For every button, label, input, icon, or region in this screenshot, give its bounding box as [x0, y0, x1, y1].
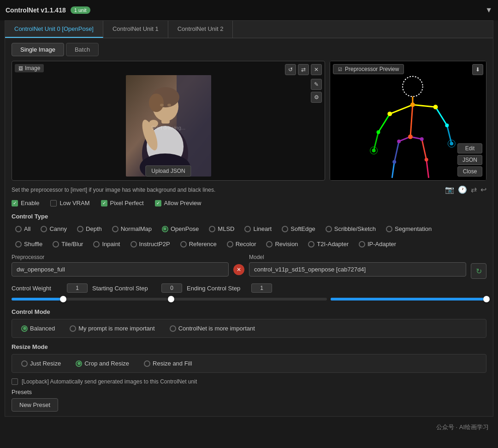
radio-mlsd[interactable]: MLSD	[205, 224, 238, 234]
swap-icon[interactable]: ⇄	[471, 185, 477, 194]
svg-point-37	[408, 135, 413, 139]
radio-depth[interactable]: Depth	[73, 224, 106, 234]
control-mode-balanced[interactable]: Balanced	[18, 323, 59, 334]
preprocessor-select[interactable]: dw_openpose_full	[12, 262, 229, 277]
radio-softedge[interactable]: SoftEdge	[278, 224, 319, 234]
enable-checkbox[interactable]: Enable	[12, 200, 39, 206]
radio-ip-adapter[interactable]: IP-Adapter	[355, 239, 400, 249]
radio-normalmap-circle	[112, 226, 119, 232]
control-weight-thumb[interactable]	[60, 296, 66, 302]
ending-step-thumb[interactable]	[483, 296, 490, 302]
radio-reference[interactable]: Reference	[177, 239, 220, 249]
flip-btn[interactable]: ⇄	[298, 64, 309, 75]
control-mode-label: Control Mode	[12, 308, 486, 315]
radio-depth-circle	[77, 226, 83, 232]
control-mode-prompt[interactable]: My prompt is more important	[66, 323, 158, 334]
draw-btn[interactable]: ✎	[311, 79, 322, 90]
radio-normalmap[interactable]: NormalMap	[108, 224, 155, 234]
starting-step-thumb[interactable]	[168, 296, 174, 302]
history-icon[interactable]: 🕐	[458, 185, 467, 194]
rotate-btn[interactable]: ↺	[285, 64, 296, 75]
resize-just[interactable]: Just Resize	[18, 358, 65, 369]
image-section: 🖼 Image ↺ ⇄ ✕ ✎ ⚙	[12, 61, 486, 181]
new-preset-btn[interactable]: New Preset	[12, 398, 58, 412]
content-area: Single Image Batch 🖼 Image ↺ ⇄ ✕ ✎	[5, 38, 493, 416]
radio-shuffle[interactable]: Shuffle	[12, 239, 46, 249]
radio-tile-blur[interactable]: Tile/Blur	[49, 239, 87, 249]
model-dropdown-wrapper: control_v11p_sd15_openpose [cab727d4]	[249, 262, 466, 277]
unit-badge: 1 unit	[71, 6, 90, 14]
svg-point-9	[167, 104, 171, 106]
unit-tab-1[interactable]: ControlNet Unit 1	[103, 21, 168, 38]
control-type-row2: Shuffle Tile/Blur Inpaint InstructP2P Re…	[12, 239, 486, 249]
unit-tab-2[interactable]: ControlNet Unit 2	[168, 21, 233, 38]
model-group: Model control_v11p_sd15_openpose [cab727…	[249, 254, 466, 277]
radio-recolor-circle	[227, 241, 233, 248]
radio-all[interactable]: All	[12, 224, 34, 234]
radio-revision[interactable]: Revision	[262, 239, 302, 249]
radio-t2i-adapter[interactable]: T2I-Adapter	[304, 239, 352, 249]
svg-point-38	[397, 140, 401, 143]
pixel-perfect-checkbox[interactable]: Pixel Perfect	[101, 200, 144, 206]
svg-point-8	[160, 104, 164, 106]
edit-buttons: Edit JSON Close	[457, 143, 482, 177]
image-upload-area[interactable]: 🖼 Image ↺ ⇄ ✕ ✎ ⚙	[12, 61, 325, 181]
svg-point-33	[377, 130, 380, 134]
radio-lineart[interactable]: Lineart	[241, 224, 275, 234]
close-btn[interactable]: Close	[457, 166, 482, 177]
radio-instructp2p[interactable]: InstructP2P	[127, 239, 174, 249]
svg-point-34	[372, 149, 376, 153]
radio-t2i-adapter-circle	[308, 241, 314, 248]
loopback-row[interactable]: [Loopback] Automatically send generated …	[12, 378, 486, 385]
camera-icon[interactable]: 📷	[445, 185, 454, 194]
sliders-track-row	[12, 295, 486, 303]
resize-fill-circle	[144, 360, 150, 367]
radio-openpose[interactable]: OpenPose	[158, 224, 202, 234]
sliders-section: Control Weight 1 Starting Control Step 0…	[12, 283, 486, 303]
resize-mode-label: Resize Mode	[12, 343, 486, 350]
model-select[interactable]: control_v11p_sd15_openpose [cab727d4]	[249, 262, 466, 277]
radio-segmentation[interactable]: Segmentation	[382, 224, 435, 234]
presets-section: Presets New Preset	[12, 389, 486, 412]
radio-revision-circle	[266, 241, 273, 248]
settings-btn[interactable]: ⚙	[311, 92, 322, 103]
arrow-icon[interactable]: ↩	[480, 185, 486, 194]
ending-step-fill	[331, 298, 486, 301]
tab-single-image[interactable]: Single Image	[12, 43, 64, 56]
svg-point-32	[433, 105, 438, 109]
presets-label: Presets	[12, 389, 486, 395]
preprocessor-group: Preprocessor dw_openpose_full	[12, 254, 229, 277]
edit-btn[interactable]: Edit	[457, 143, 482, 153]
radio-canny[interactable]: Canny	[37, 224, 71, 234]
radio-openpose-circle	[162, 226, 168, 232]
close-image-btn[interactable]: ✕	[311, 64, 322, 75]
upload-json-btn[interactable]: Upload JSON	[145, 165, 191, 177]
pixel-perfect-checkbox-box	[101, 200, 107, 206]
low-vram-checkbox[interactable]: Low VRAM	[50, 200, 89, 206]
unit-tab-0[interactable]: ControlNet Unit 0 [OpenPose]	[5, 21, 103, 38]
starting-step-track[interactable]	[171, 298, 327, 301]
image-label: 🖼 Image	[15, 64, 44, 72]
mode-tabs: Single Image Batch	[12, 43, 486, 56]
tab-batch[interactable]: Batch	[66, 43, 99, 56]
unit-tabs: ControlNet Unit 0 [OpenPose] ControlNet …	[5, 21, 493, 38]
preview-download-btn[interactable]: ⬇	[472, 64, 483, 75]
radio-recolor[interactable]: Recolor	[223, 239, 260, 249]
refresh-model-btn[interactable]: ↻	[471, 263, 486, 279]
radio-scribble[interactable]: Scribble/Sketch	[322, 224, 379, 234]
control-weight-track[interactable]	[12, 298, 167, 301]
top-bar-left: ControlNet v1.1.418 1 unit	[6, 6, 90, 14]
side-controls: ✎ ⚙	[311, 79, 322, 103]
radio-instructp2p-circle	[130, 241, 137, 248]
radio-inpaint[interactable]: Inpaint	[89, 239, 124, 249]
control-mode-controlnet[interactable]: ControlNet is more important	[166, 323, 259, 334]
resize-fill[interactable]: Resize and Fill	[140, 358, 196, 369]
json-btn[interactable]: JSON	[457, 155, 482, 165]
error-icon[interactable]: ✕	[233, 264, 244, 275]
control-type-label: Control Type	[12, 213, 486, 220]
allow-preview-checkbox[interactable]: Allow Preview	[155, 200, 202, 206]
ending-step-track[interactable]	[331, 298, 486, 301]
enable-checkbox-box	[12, 200, 18, 206]
resize-crop[interactable]: Crop and Resize	[72, 358, 133, 369]
dropdown-toggle-icon[interactable]: ▼	[485, 6, 492, 14]
